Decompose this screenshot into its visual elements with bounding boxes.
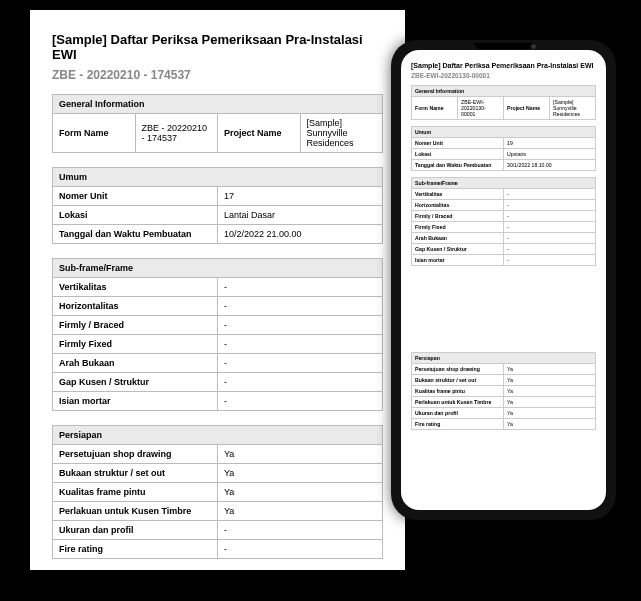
subframe-table: Sub-frame/Frame Vertikalitas - Horizonta…: [52, 258, 383, 411]
row-label: Firmly / Braced: [53, 316, 218, 335]
row-label: Tanggal dan Waktu Pembuatan: [53, 225, 218, 244]
table-row: Perlakuan untuk Kusen Timbre Ya: [53, 502, 383, 521]
table-row: Isian mortar -: [412, 255, 596, 266]
table-row: Arah Bukaan -: [53, 354, 383, 373]
row-value: Lantai Dasar: [218, 206, 383, 225]
table-row: Persetujuan shop drawing Ya: [53, 445, 383, 464]
row-label: Gap Kusen / Struktur: [412, 244, 504, 255]
row-value: -: [218, 316, 383, 335]
table-row: Kualitas frame pintu Ya: [412, 386, 596, 397]
section-header: General Information: [412, 86, 596, 97]
section-header: General Information: [53, 95, 383, 114]
table-row: Tanggal dan Waktu Pembuatan 30/1/2022 18…: [412, 160, 596, 171]
table-row: Firmly Fixed -: [412, 222, 596, 233]
phone-screen: [Sample] Daftar Periksa Pemeriksaan Pra-…: [401, 50, 606, 510]
row-label: Firmly / Braced: [412, 211, 504, 222]
row-label: Persetujuan shop drawing: [412, 364, 504, 375]
persiapan-table: Persiapan Persetujuan shop drawing Ya Bu…: [52, 425, 383, 559]
row-label: Horizontalitas: [53, 297, 218, 316]
table-row: Firmly / Braced -: [53, 316, 383, 335]
row-label: Ukuran dan profil: [412, 408, 504, 419]
table-row: Lokasi Upstairs: [412, 149, 596, 160]
phone-persiapan-table: Persiapan Persetujuan shop drawing Ya Bu…: [411, 352, 596, 430]
row-label: Arah Bukaan: [412, 233, 504, 244]
phone-umum-table: Umum Nomer Unit 19 Lokasi Upstairs Tangg…: [411, 126, 596, 171]
phone-title: [Sample] Daftar Periksa Pemeriksaan Pra-…: [411, 62, 596, 69]
table-row: Bukaan struktur / set out Ya: [53, 464, 383, 483]
row-value: Ya: [504, 419, 596, 430]
table-row: Horizontalitas -: [53, 297, 383, 316]
row-value: -: [504, 255, 596, 266]
project-name-value: [Sample] Sunnyville Residences: [300, 114, 383, 153]
table-row: Fire rating Ya: [412, 419, 596, 430]
phone-notch: [474, 43, 534, 49]
row-value: Ya: [504, 375, 596, 386]
table-row: Gap Kusen / Struktur -: [53, 373, 383, 392]
table-row: Isian mortar -: [53, 392, 383, 411]
table-row: Gap Kusen / Struktur -: [412, 244, 596, 255]
row-label: Ukuran dan profil: [53, 521, 218, 540]
row-value: Ya: [218, 445, 383, 464]
row-value: -: [218, 354, 383, 373]
row-label: Isian mortar: [412, 255, 504, 266]
section-header: Umum: [412, 127, 596, 138]
row-value: Ya: [504, 397, 596, 408]
table-row: Firmly Fixed -: [53, 335, 383, 354]
section-header: Sub-frame/Frame: [412, 178, 596, 189]
row-value: Upstairs: [504, 149, 596, 160]
row-label: Bukaan struktur / set out: [53, 464, 218, 483]
section-header: Persiapan: [53, 426, 383, 445]
row-label: Firmly Fixed: [412, 222, 504, 233]
row-label: Tanggal dan Waktu Pembuatan: [412, 160, 504, 171]
project-name-label: Project Name: [218, 114, 301, 153]
row-value: -: [504, 211, 596, 222]
table-row: Nomer Unit 17: [53, 187, 383, 206]
phone-subtitle: ZBE-EWI-20220130-00001: [411, 72, 596, 79]
paper-subtitle: ZBE - 20220210 - 174537: [52, 68, 383, 82]
form-name-label: Form Name: [53, 114, 136, 153]
phone-general-info-table: General Information Form Name ZBE-EWI-20…: [411, 85, 596, 120]
row-label: Perlakuan untuk Kusen Timbre: [53, 502, 218, 521]
phone-subframe-table: Sub-frame/Frame Vertikalitas - Horizonta…: [411, 177, 596, 266]
paper-title: [Sample] Daftar Periksa Pemeriksaan Pra-…: [52, 32, 383, 62]
row-value: -: [504, 189, 596, 200]
table-row: Fire rating -: [53, 540, 383, 559]
row-label: Firmly Fixed: [53, 335, 218, 354]
row-value: -: [218, 392, 383, 411]
row-label: Nomer Unit: [412, 138, 504, 149]
row-label: Gap Kusen / Struktur: [53, 373, 218, 392]
row-value: Ya: [504, 386, 596, 397]
table-row: Ukuran dan profil -: [53, 521, 383, 540]
row-label: Horizontalitas: [412, 200, 504, 211]
row-label: Vertikalitas: [53, 278, 218, 297]
phone-mockup: [Sample] Daftar Periksa Pemeriksaan Pra-…: [391, 40, 616, 520]
general-info-table: General Information Form Name ZBE - 2022…: [52, 94, 383, 153]
row-label: Fire rating: [53, 540, 218, 559]
table-row: Vertikalitas -: [412, 189, 596, 200]
row-label: Lokasi: [53, 206, 218, 225]
table-row: Vertikalitas -: [53, 278, 383, 297]
section-header: Umum: [53, 168, 383, 187]
row-value: Ya: [218, 464, 383, 483]
table-row: Bukaan struktur / set out Ya: [412, 375, 596, 386]
paper-document: [Sample] Daftar Periksa Pemeriksaan Pra-…: [30, 10, 405, 570]
row-value: 30/1/2022 18.10.00: [504, 160, 596, 171]
project-name-label: Project Name: [504, 97, 550, 120]
row-value: -: [504, 200, 596, 211]
row-label: Kualitas frame pintu: [53, 483, 218, 502]
section-header: Sub-frame/Frame: [53, 259, 383, 278]
row-value: Ya: [218, 483, 383, 502]
row-label: Kualitas frame pintu: [412, 386, 504, 397]
row-value: -: [504, 233, 596, 244]
table-row: Nomer Unit 19: [412, 138, 596, 149]
row-value: -: [218, 278, 383, 297]
table-row: Kualitas frame pintu Ya: [53, 483, 383, 502]
row-value: -: [218, 297, 383, 316]
row-label: Fire rating: [412, 419, 504, 430]
project-name-value: [Sample] Sunnyville Residences: [550, 97, 596, 120]
table-row: Firmly / Braced -: [412, 211, 596, 222]
row-value: -: [218, 521, 383, 540]
row-label: Persetujuan shop drawing: [53, 445, 218, 464]
row-label: Nomer Unit: [53, 187, 218, 206]
row-label: Perlakuan untuk Kusen Timbre: [412, 397, 504, 408]
